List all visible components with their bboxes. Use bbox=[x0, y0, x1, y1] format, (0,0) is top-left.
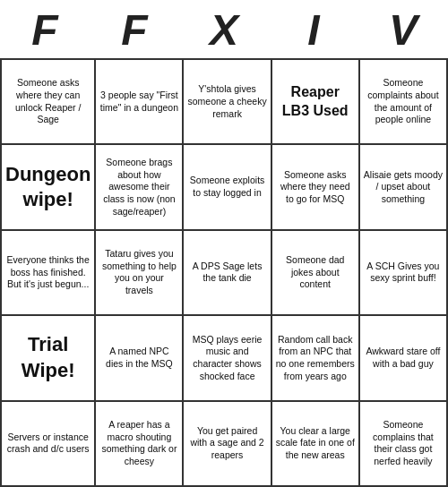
bingo-cell-7[interactable]: Someone exploits to stay logged in bbox=[184, 145, 271, 230]
bingo-cell-15[interactable]: Trial Wipe! bbox=[2, 316, 96, 401]
bingo-cell-3[interactable]: Reaper LB3 Used bbox=[272, 60, 360, 145]
bingo-cell-14[interactable]: A SCH Gives you sexy sprint buff! bbox=[360, 231, 448, 316]
cell-text-3: Reaper LB3 Used bbox=[276, 83, 355, 121]
cell-text-18: Random call back from an NPC that no one… bbox=[276, 334, 355, 383]
cell-text-5: Dungeon wipe! bbox=[5, 162, 90, 213]
bingo-header: F F X I V bbox=[0, 0, 448, 58]
cell-text-10: Everyone thinks the boss has finished. B… bbox=[5, 254, 90, 291]
cell-text-19: Awkward stare off with a bad guy bbox=[364, 346, 443, 370]
bingo-cell-8[interactable]: Someone asks where they need to go for M… bbox=[272, 145, 360, 230]
bingo-cell-1[interactable]: 3 people say "First time" in a dungeon bbox=[96, 60, 184, 145]
cell-text-11: Tataru gives you something to help you o… bbox=[99, 248, 178, 297]
cell-text-21: A reaper has a macro shouting something … bbox=[99, 419, 178, 468]
cell-text-6: Someone brags about how awesome their cl… bbox=[99, 157, 178, 218]
cell-text-20: Servers or instance crash and d/c users bbox=[5, 431, 90, 456]
cell-text-1: 3 people say "First time" in a dungeon bbox=[99, 90, 178, 114]
bingo-cell-18[interactable]: Random call back from an NPC that no one… bbox=[272, 316, 360, 401]
cell-text-23: You clear a large scale fate in one of t… bbox=[276, 425, 355, 462]
bingo-cell-2[interactable]: Y'shtola gives someone a cheeky remark bbox=[184, 60, 271, 145]
bingo-cell-4[interactable]: Someone complaints about the amount of p… bbox=[360, 60, 448, 145]
header-letter-i: I bbox=[269, 5, 358, 55]
header-letter-x: X bbox=[179, 5, 269, 55]
cell-text-9: Alisaie gets moody / upset about somethi… bbox=[364, 169, 443, 206]
bingo-cell-12[interactable]: A DPS Sage lets the tank die bbox=[184, 231, 271, 316]
cell-text-14: A SCH Gives you sexy sprint buff! bbox=[364, 261, 443, 285]
cell-text-15: Trial Wipe! bbox=[5, 332, 90, 383]
bingo-cell-5[interactable]: Dungeon wipe! bbox=[2, 145, 96, 230]
bingo-cell-17[interactable]: MSQ plays eerie music and character show… bbox=[184, 316, 271, 401]
bingo-cell-11[interactable]: Tataru gives you something to help you o… bbox=[96, 231, 184, 316]
bingo-cell-20[interactable]: Servers or instance crash and d/c users bbox=[2, 402, 96, 487]
cell-text-22: You get paired with a sage and 2 reapers bbox=[187, 425, 266, 462]
bingo-cell-10[interactable]: Everyone thinks the boss has finished. B… bbox=[2, 231, 96, 316]
bingo-cell-24[interactable]: Someone complains that their class got n… bbox=[360, 402, 448, 487]
header-letter-v: V bbox=[358, 5, 448, 55]
cell-text-8: Someone asks where they need to go for M… bbox=[276, 169, 355, 206]
header-letter-f1: F bbox=[0, 5, 90, 55]
bingo-cell-21[interactable]: A reaper has a macro shouting something … bbox=[96, 402, 184, 487]
bingo-cell-19[interactable]: Awkward stare off with a bad guy bbox=[360, 316, 448, 401]
bingo-cell-16[interactable]: A named NPC dies in the MSQ bbox=[96, 316, 184, 401]
cell-text-7: Someone exploits to stay logged in bbox=[187, 175, 266, 199]
bingo-cell-6[interactable]: Someone brags about how awesome their cl… bbox=[96, 145, 184, 230]
bingo-cell-22[interactable]: You get paired with a sage and 2 reapers bbox=[184, 402, 271, 487]
bingo-cell-0[interactable]: Someone asks where they can unlock Reape… bbox=[2, 60, 96, 145]
bingo-cell-23[interactable]: You clear a large scale fate in one of t… bbox=[272, 402, 360, 487]
cell-text-12: A DPS Sage lets the tank die bbox=[187, 261, 266, 285]
cell-text-4: Someone complaints about the amount of p… bbox=[364, 77, 443, 126]
cell-text-24: Someone complains that their class got n… bbox=[364, 419, 443, 468]
cell-text-17: MSQ plays eerie music and character show… bbox=[187, 334, 266, 383]
cell-text-0: Someone asks where they can unlock Reape… bbox=[5, 77, 90, 126]
bingo-cell-9[interactable]: Alisaie gets moody / upset about somethi… bbox=[360, 145, 448, 230]
cell-text-2: Y'shtola gives someone a cheeky remark bbox=[187, 83, 266, 120]
cell-text-13: Someone dad jokes about content bbox=[276, 254, 355, 291]
bingo-grid: Someone asks where they can unlock Reape… bbox=[0, 58, 448, 487]
header-letter-f2: F bbox=[90, 5, 179, 55]
bingo-cell-13[interactable]: Someone dad jokes about content bbox=[272, 231, 360, 316]
cell-text-16: A named NPC dies in the MSQ bbox=[99, 346, 178, 370]
